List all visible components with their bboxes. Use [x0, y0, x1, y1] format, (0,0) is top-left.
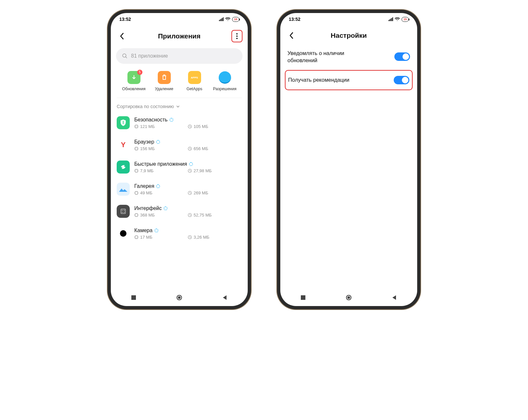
clock-icon	[188, 124, 192, 129]
nav-recent-icon[interactable]	[300, 295, 306, 301]
loading-icon	[189, 162, 193, 166]
sort-dropdown[interactable]: Сортировка по состоянию	[111, 98, 248, 112]
more-button[interactable]	[231, 30, 242, 42]
signal-icon	[389, 17, 393, 21]
svg-point-1	[236, 35, 238, 37]
svg-rect-19	[135, 236, 138, 238]
nav-home-icon[interactable]	[176, 295, 182, 301]
storage: 121 МБ	[140, 124, 155, 129]
svg-rect-6	[135, 147, 138, 150]
toggle-switch[interactable]	[394, 52, 410, 61]
setting-recommendations[interactable]: Получать рекомендации	[286, 71, 412, 90]
chip-icon	[134, 213, 139, 217]
svg-point-26	[347, 296, 350, 299]
svg-rect-12	[121, 209, 125, 214]
clock: 13:52	[119, 17, 131, 22]
interface-icon	[117, 205, 130, 218]
loading-icon	[169, 118, 173, 122]
quick-label: Разрешения	[213, 87, 236, 91]
loading-icon	[156, 184, 160, 188]
gallery-icon	[117, 183, 130, 196]
storage: 17 МБ	[140, 235, 152, 240]
back-button[interactable]	[116, 31, 127, 42]
updates-icon: 5	[127, 71, 140, 84]
svg-rect-17	[135, 214, 138, 216]
page-title: Настройки	[297, 32, 401, 39]
quick-label: Удаление	[155, 87, 173, 91]
loading-icon	[156, 140, 160, 144]
app-name: Браузер	[134, 139, 154, 145]
chip-icon	[134, 169, 139, 173]
wifi-icon	[225, 17, 230, 21]
storage: 7,9 МБ	[140, 168, 154, 173]
nav-recent-icon[interactable]	[131, 295, 137, 301]
app-bar: Настройки	[280, 25, 417, 44]
chevron-down-icon	[176, 105, 180, 108]
setting-notify-updates[interactable]: Уведомлять о наличии обновлений	[280, 44, 417, 70]
search-icon	[122, 53, 128, 59]
svg-rect-8	[135, 169, 138, 172]
app-name: Безопасность	[134, 117, 168, 123]
updates-badge: 5	[137, 70, 142, 75]
clock: 13:52	[289, 17, 301, 22]
svg-rect-21	[131, 295, 136, 300]
clock-icon	[188, 169, 192, 173]
yandex-icon: Y	[117, 138, 130, 151]
getapps-icon: APPS	[188, 71, 201, 84]
storage: 156 МБ	[140, 146, 155, 151]
permissions-icon	[218, 71, 231, 84]
time: 3,26 МБ	[194, 235, 209, 240]
phone-apps: 13:52 16 Приложения 81 приложение 5 Обно…	[111, 13, 248, 306]
chip-icon	[134, 235, 139, 239]
battery-icon: 16	[232, 17, 239, 22]
delete-icon	[158, 71, 171, 84]
quick-label: GetApps	[186, 87, 202, 91]
search-input[interactable]: 81 приложение	[116, 48, 242, 64]
quick-label: Обновления	[122, 87, 146, 91]
shield-icon	[117, 116, 130, 129]
app-list: Безопасность 121 МБ 105 МБ Y Браузер 156…	[111, 112, 248, 245]
setting-label: Уведомлять о наличии обновлений	[287, 49, 369, 64]
loading-icon	[154, 229, 158, 232]
time: 52,75 МБ	[194, 213, 212, 217]
chip-icon	[134, 124, 139, 129]
time: 269 МБ	[194, 190, 208, 195]
clock-icon	[188, 147, 192, 151]
status-bar: 13:52 15	[280, 13, 417, 25]
quick-getapps[interactable]: APPS GetApps	[179, 71, 210, 91]
quick-updates[interactable]: 5 Обновления	[119, 71, 149, 91]
sort-label: Сортировка по состоянию	[117, 104, 174, 109]
search-placeholder: 81 приложение	[131, 53, 168, 59]
app-row[interactable]: Безопасность 121 МБ 105 МБ	[117, 112, 242, 134]
fastapps-icon	[117, 161, 130, 174]
app-name: Камера	[134, 228, 153, 233]
app-name: Быстрые приложения	[134, 161, 187, 167]
nav-home-icon[interactable]	[346, 295, 352, 301]
chip-icon	[134, 191, 139, 195]
setting-label: Получать рекомендации	[288, 76, 349, 83]
status-indicators: 15	[389, 17, 409, 22]
svg-point-0	[236, 33, 238, 35]
svg-point-2	[236, 38, 238, 39]
clock-icon	[188, 235, 192, 239]
quick-permissions[interactable]: Разрешения	[210, 71, 240, 91]
svg-rect-24	[301, 295, 305, 300]
svg-point-16	[124, 212, 125, 213]
nav-back-icon[interactable]	[391, 295, 397, 301]
app-row[interactable]: Y Браузер 156 МБ 656 МБ	[117, 134, 242, 156]
time: 105 МБ	[194, 124, 208, 129]
toggle-switch[interactable]	[394, 76, 409, 84]
page-title: Приложения	[127, 32, 231, 40]
app-row[interactable]: Камера 17 МБ 3,26 МБ	[117, 222, 242, 245]
svg-point-13	[122, 210, 123, 211]
status-bar: 13:52 16	[111, 13, 248, 25]
back-button[interactable]	[286, 30, 297, 41]
nav-back-icon[interactable]	[222, 295, 228, 301]
quick-delete[interactable]: Удаление	[149, 71, 179, 91]
app-row[interactable]: Быстрые приложения 7,9 МБ 27,98 МБ	[117, 156, 242, 178]
storage: 49 МБ	[140, 190, 152, 195]
svg-rect-10	[135, 191, 138, 194]
app-row[interactable]: Интерфейс 368 МБ 52,75 МБ	[117, 200, 242, 222]
app-row[interactable]: Галерея 49 МБ 269 МБ	[117, 178, 242, 200]
wifi-icon	[395, 17, 400, 21]
